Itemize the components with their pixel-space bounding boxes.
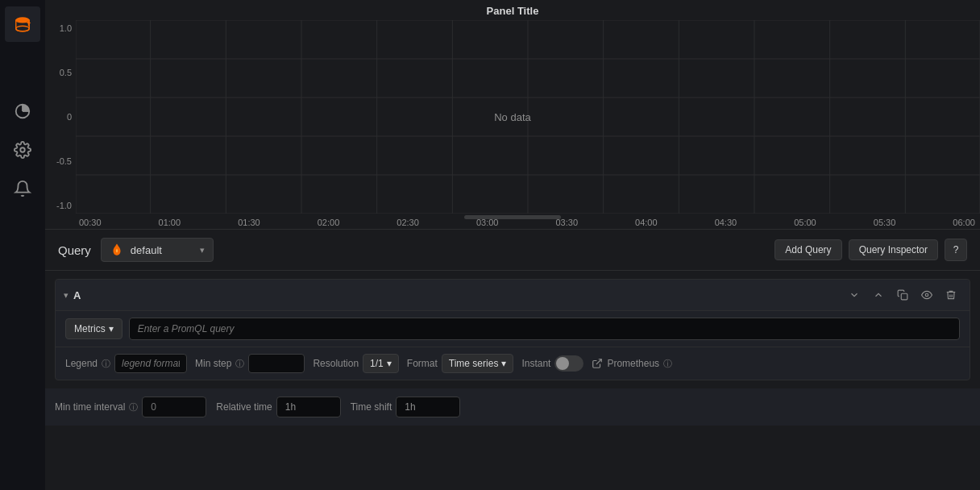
- min-step-group: Min step ⓘ: [195, 354, 305, 373]
- toggle-knob: [556, 357, 569, 370]
- query-inspector-button[interactable]: Query Inspector: [849, 239, 938, 260]
- svg-point-1: [16, 26, 30, 31]
- chart-inner: 1.0 0.5 0 -0.5 -1.0: [45, 20, 980, 214]
- help-button[interactable]: ?: [945, 239, 967, 261]
- sidebar-icon-settings[interactable]: [5, 132, 40, 168]
- query-block-a: ▾ A: [55, 279, 970, 380]
- datasource-chevron-icon: ▾: [200, 245, 205, 255]
- prometheus-link[interactable]: Prometheus ⓘ: [592, 358, 672, 370]
- time-shift-label: Time shift: [351, 401, 392, 413]
- min-step-info-icon: ⓘ: [235, 358, 244, 370]
- prometheus-info-icon: ⓘ: [663, 358, 672, 370]
- legend-input[interactable]: [114, 354, 187, 373]
- relative-time-label: Relative time: [216, 401, 272, 413]
- relative-time-group: Relative time: [216, 397, 340, 417]
- resolution-group: Resolution 1/1 ▾: [313, 354, 398, 373]
- min-time-interval-group: Min time interval ⓘ: [55, 397, 206, 417]
- trash-icon: [945, 289, 957, 301]
- svg-rect-26: [901, 293, 907, 300]
- min-time-interval-info-icon: ⓘ: [129, 401, 138, 413]
- resolution-chevron-icon: ▾: [387, 358, 392, 369]
- query-block-header: ▾ A: [56, 280, 970, 311]
- min-time-interval-input[interactable]: [142, 397, 206, 417]
- query-actions: Add Query Query Inspector ?: [774, 239, 967, 261]
- svg-point-6: [20, 147, 25, 152]
- delete-button[interactable]: [941, 284, 961, 305]
- options-row: Legend ⓘ Min step ⓘ Resolution 1/1 ▾: [56, 347, 970, 380]
- sidebar: [0, 0, 45, 490]
- svg-point-27: [925, 293, 928, 297]
- gear-icon: [14, 141, 31, 159]
- external-link-icon: [592, 358, 603, 369]
- arrow-down-icon: [849, 289, 860, 301]
- toggle-visibility-button[interactable]: [916, 284, 937, 305]
- relative-time-input[interactable]: [276, 397, 341, 417]
- collapse-button[interactable]: ▾: [64, 290, 69, 301]
- query-letter: A: [73, 289, 81, 301]
- query-section: Query default ▾ Add Query Query Inspecto…: [45, 230, 980, 490]
- min-step-label: Min step: [195, 358, 231, 369]
- chart-icon: [14, 102, 31, 120]
- format-chevron-icon: ▾: [501, 358, 506, 369]
- x-axis: 00:30 01:00 01:30 02:00 02:30 03:00 03:3…: [45, 216, 980, 227]
- add-query-button[interactable]: Add Query: [774, 239, 841, 260]
- min-step-input[interactable]: [248, 354, 305, 373]
- eye-icon: [921, 289, 932, 301]
- sidebar-icon-chart[interactable]: [5, 93, 40, 129]
- query-header: Query default ▾ Add Query Query Inspecto…: [45, 230, 980, 271]
- format-select[interactable]: Time series ▾: [442, 354, 514, 373]
- bottom-options: Min time interval ⓘ Relative time Time s…: [45, 388, 980, 426]
- bell-icon: [14, 180, 31, 197]
- legend-info-icon: ⓘ: [102, 358, 110, 370]
- y-axis: 1.0 0.5 0 -0.5 -1.0: [45, 20, 76, 214]
- main-content: Panel Title 1.0 0.5 0 -0.5 -1.0: [45, 0, 980, 490]
- metrics-button[interactable]: Metrics ▾: [65, 318, 122, 339]
- no-data-label: No data: [494, 111, 531, 123]
- resolution-label: Resolution: [313, 358, 359, 369]
- metrics-chevron-icon: ▾: [109, 323, 114, 334]
- sidebar-icon-database[interactable]: [5, 6, 40, 42]
- chart-panel: Panel Title 1.0 0.5 0 -0.5 -1.0: [45, 0, 980, 230]
- move-up-button[interactable]: [868, 284, 889, 305]
- copy-icon: [897, 289, 908, 301]
- instant-group: Instant: [521, 355, 583, 372]
- database-icon: [14, 15, 31, 33]
- instant-label: Instant: [521, 358, 550, 369]
- metrics-row: Metrics ▾: [56, 311, 970, 347]
- legend-label: Legend: [65, 358, 98, 369]
- format-label: Format: [407, 358, 438, 369]
- query-block-actions: [844, 284, 961, 305]
- datasource-icon: [110, 243, 124, 257]
- sidebar-icon-alerts[interactable]: [5, 171, 40, 206]
- datasource-name: default: [131, 244, 193, 256]
- legend-group: Legend ⓘ: [65, 354, 187, 373]
- resolution-select[interactable]: 1/1 ▾: [363, 354, 399, 373]
- svg-line-28: [596, 359, 601, 364]
- time-shift-input[interactable]: [396, 397, 460, 417]
- min-time-interval-label: Min time interval: [55, 401, 125, 413]
- format-group: Format Time series ▾: [407, 354, 514, 373]
- query-label: Query: [58, 243, 91, 257]
- duplicate-button[interactable]: [892, 284, 913, 305]
- move-down-button[interactable]: [844, 284, 865, 305]
- promql-input[interactable]: [129, 318, 960, 340]
- time-shift-group: Time shift: [351, 397, 461, 417]
- datasource-selector[interactable]: default ▾: [101, 238, 214, 262]
- instant-toggle[interactable]: [554, 355, 583, 372]
- panel-title: Panel Title: [45, 0, 980, 20]
- arrow-up-icon: [873, 289, 884, 301]
